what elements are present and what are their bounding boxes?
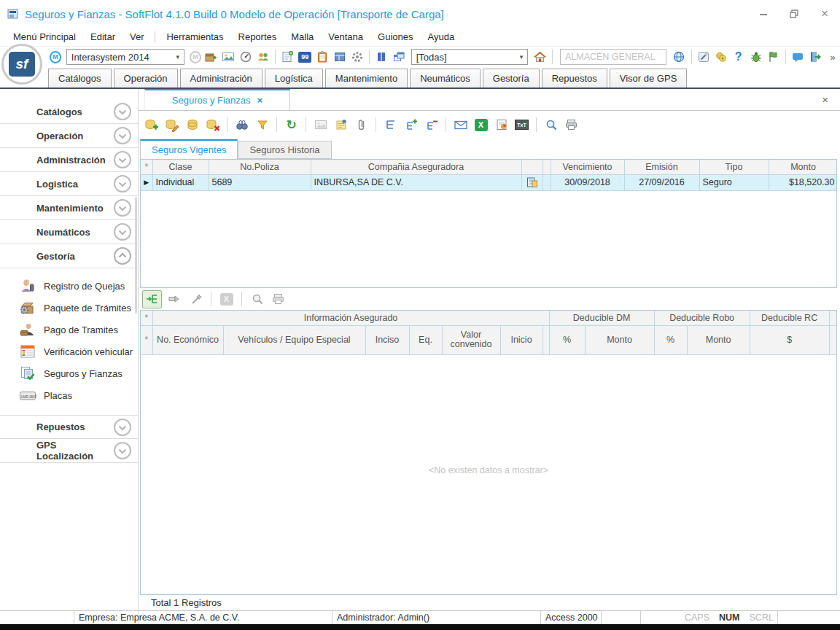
image-disabled-icon[interactable]: [312, 117, 329, 133]
document-tab-seguros-y-fianzas[interactable]: Seguros y Fianzas ×: [144, 89, 290, 110]
col-header-vencimiento[interactable]: Vencimiento: [551, 160, 624, 174]
sidebar-scrollbar[interactable]: [135, 197, 137, 314]
image-icon[interactable]: [221, 49, 236, 65]
warehouse-input[interactable]: [560, 49, 666, 65]
col-header-tipo[interactable]: Tipo: [699, 160, 769, 174]
export-excel-icon[interactable]: X: [472, 117, 489, 133]
sidebar-group-administracion[interactable]: Administración: [0, 148, 138, 172]
edit-record-icon[interactable]: [163, 117, 180, 133]
collapse-up-icon[interactable]: [113, 246, 132, 265]
tree-view-icon[interactable]: [382, 117, 399, 133]
expand-down-icon[interactable]: [113, 102, 132, 121]
refresh-icon[interactable]: ↻: [283, 117, 300, 133]
col-header-monto[interactable]: Monto: [769, 160, 837, 174]
sidebar-group-gps-localizacion[interactable]: GPS Localización: [0, 439, 138, 463]
col-header-dm-monto[interactable]: Monto: [585, 325, 654, 354]
cell-compania[interactable]: INBURSA,SA DE C.V.: [311, 174, 521, 190]
expand-down-icon[interactable]: [113, 418, 132, 437]
search-binoculars-icon[interactable]: [233, 117, 250, 133]
minimize-button[interactable]: [758, 9, 769, 19]
print-preview-icon[interactable]: [542, 117, 559, 133]
col-header-dm-pct[interactable]: %: [549, 325, 585, 354]
tree-expand-icon[interactable]: [402, 117, 419, 133]
tab-gestoria[interactable]: Gestoría: [483, 69, 540, 88]
sidebar-group-mantenimiento[interactable]: Mantenimiento: [0, 196, 138, 220]
tab-neumaticos[interactable]: Neumáticos: [410, 69, 481, 88]
col-header-inciso[interactable]: Inciso: [365, 325, 409, 354]
users-group-icon[interactable]: [255, 49, 271, 65]
sidebar-item-verificacion-vehicular[interactable]: Verificación vehicular: [0, 341, 138, 362]
col-header-inicio[interactable]: Inicio: [500, 325, 542, 354]
menu-item-reportes[interactable]: Reportes: [231, 31, 284, 42]
expand-down-icon[interactable]: [113, 441, 132, 460]
grid-view-icon[interactable]: [332, 49, 348, 65]
menu-item-ver[interactable]: Ver: [122, 31, 152, 42]
wrench-tool-icon[interactable]: [696, 49, 712, 65]
cell-tipo[interactable]: Seguro: [699, 174, 769, 190]
export-txt-icon[interactable]: TxT: [513, 117, 530, 133]
panel-close-icon[interactable]: ×: [822, 93, 828, 106]
print-disabled-icon[interactable]: [270, 291, 287, 307]
flag-icon[interactable]: [766, 49, 781, 65]
col-header-rc-amount[interactable]: $: [750, 325, 829, 354]
col-header-robo-monto[interactable]: Monto: [687, 325, 750, 354]
cell-emision[interactable]: 27/09/2016: [624, 174, 699, 190]
tree-collapse-icon[interactable]: [423, 117, 440, 133]
vigentes-row-selected[interactable]: ▶ Individual 5689 INBURSA,SA DE C.V. 30/…: [141, 174, 837, 190]
new-document-icon[interactable]: [280, 49, 295, 65]
profile-combobox[interactable]: Interasystem 2014 ▾: [66, 49, 184, 65]
close-button[interactable]: ×: [820, 9, 830, 19]
cell-vencimiento[interactable]: 30/09/2018: [551, 174, 624, 190]
delete-record-icon[interactable]: [204, 117, 221, 133]
sidebar-group-operacion[interactable]: Operación: [0, 124, 138, 148]
attachment-paperclip-icon[interactable]: [353, 117, 370, 133]
annotation-note-icon[interactable]: [332, 117, 349, 133]
sidebar-item-pago-de-tramites[interactable]: Pago de Tramites: [0, 319, 138, 341]
menu-item-editar[interactable]: Editar: [83, 31, 122, 42]
sidebar-group-gestoria[interactable]: Gestoría: [0, 244, 138, 268]
filter-funnel-icon[interactable]: [254, 117, 271, 133]
tab-mantenimiento[interactable]: Mantenimiento: [325, 69, 408, 88]
cell-monto[interactable]: $18,520.30: [769, 174, 837, 190]
col-header-economico[interactable]: No. Económico: [152, 325, 223, 354]
tab-catalogos[interactable]: Catálogos: [48, 69, 112, 88]
print-icon[interactable]: [563, 117, 580, 133]
clipboard-icon[interactable]: [315, 49, 330, 65]
expand-down-icon[interactable]: [113, 174, 132, 193]
col-header-compania[interactable]: Compañia Aseguradora: [311, 160, 521, 174]
insert-detail-record-button[interactable]: [142, 290, 162, 308]
sidebar-item-paquete-de-tramites[interactable]: Paquete de Trámites: [0, 297, 138, 319]
col-header-robo-pct[interactable]: %: [654, 325, 687, 354]
expand-down-icon[interactable]: [113, 222, 132, 241]
tab-visor-gps[interactable]: Visor de GPS: [610, 69, 688, 88]
add-record-icon[interactable]: [143, 117, 160, 133]
menu-item-principal[interactable]: Menú Principal: [6, 31, 83, 42]
sidebar-item-seguros-y-fianzas[interactable]: Seguros y Fianzas: [0, 362, 138, 384]
col-header-valor-convenido[interactable]: Valor convenido: [442, 325, 500, 354]
data-record-icon[interactable]: [184, 117, 201, 133]
export-excel-disabled-icon[interactable]: X: [218, 291, 235, 307]
cell-clase[interactable]: Individual: [152, 174, 209, 190]
tab-operacion[interactable]: Operación: [114, 69, 178, 88]
home-icon[interactable]: [532, 49, 548, 65]
sidebar-group-catalogos[interactable]: Catálogos: [0, 100, 138, 124]
duplicate-window-icon[interactable]: [392, 49, 407, 65]
chat-bubble-icon[interactable]: [790, 49, 806, 65]
restore-button[interactable]: [789, 9, 799, 19]
gauge-icon[interactable]: [238, 49, 254, 65]
menu-item-guiones[interactable]: Guiones: [370, 31, 420, 42]
archive-box-icon[interactable]: [203, 49, 219, 65]
filter-combobox[interactable]: [Todas] ▾: [411, 49, 529, 65]
sidebar-group-logistica[interactable]: Logistica: [0, 172, 138, 196]
tab-logistica[interactable]: Logística: [265, 69, 323, 88]
send-mail-icon[interactable]: [452, 117, 469, 133]
magic-wand-icon[interactable]: [187, 291, 204, 307]
tab-administracion[interactable]: Administración: [180, 69, 262, 88]
blue-book-icon[interactable]: [374, 49, 389, 65]
help-question-icon[interactable]: ?: [731, 49, 746, 65]
col-header-blank[interactable]: [829, 325, 837, 354]
subtab-seguros-historia[interactable]: Seguros Historia: [238, 141, 331, 159]
menu-item-ventana[interactable]: Ventana: [321, 31, 370, 42]
expand-down-icon[interactable]: [113, 150, 132, 169]
expand-down-icon[interactable]: [113, 126, 132, 145]
